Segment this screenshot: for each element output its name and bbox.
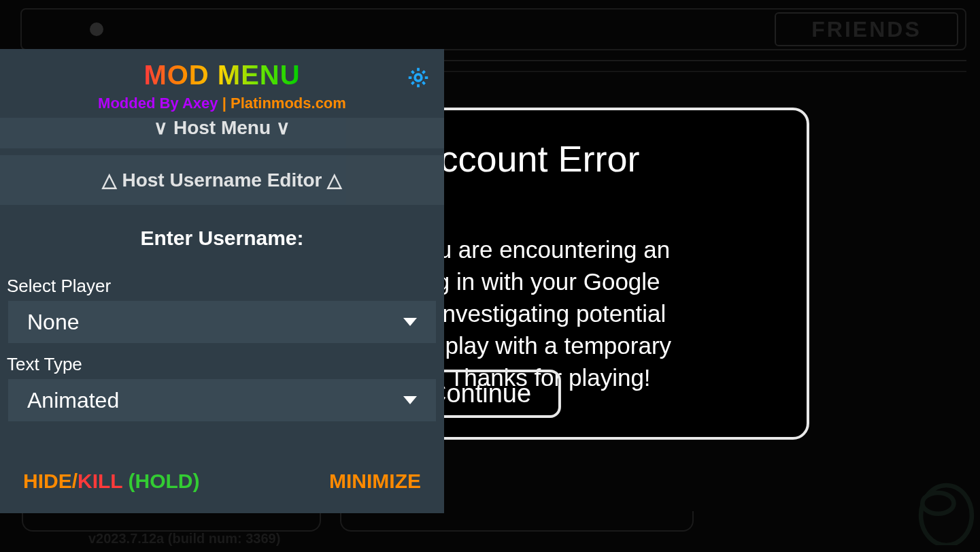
friends-button[interactable]: FRIENDS <box>775 12 958 46</box>
select-player-label: Select Player <box>7 276 444 297</box>
text-type-label: Text Type <box>7 354 444 375</box>
section-host-menu[interactable]: ∨ Host Menu ∨ <box>0 118 444 148</box>
minimize-label: MINIMIZE <box>329 470 421 492</box>
mod-menu-panel: MOD MENU Modded By Axey | Platinmods.com… <box>0 49 444 513</box>
text-type-value: Animated <box>27 388 119 413</box>
minimize-button[interactable]: MINIMIZE <box>329 470 421 493</box>
settings-button[interactable] <box>405 65 432 93</box>
hold-label: (HOLD) <box>122 470 199 492</box>
panel-border <box>340 511 694 532</box>
mod-menu-header: MOD MENU Modded By Axey | Platinmods.com <box>0 49 444 118</box>
enter-username-label: Enter Username: <box>140 227 303 249</box>
mod-menu-title: MOD MENU <box>143 60 300 91</box>
slash-label: / <box>72 470 78 492</box>
subtitle-site: Platinmods.com <box>231 95 346 112</box>
section-host-username-editor-label: △ Host Username Editor △ <box>102 169 343 191</box>
subtitle-author: Modded By Axey <box>98 95 218 112</box>
svg-point-2 <box>415 74 422 81</box>
version-text: v2023.7.12a (build num: 3369) <box>88 531 280 547</box>
hide-kill-button[interactable]: HIDE/KILL (HOLD) <box>23 470 199 493</box>
mod-menu-scroll-area[interactable]: ∨ Host Menu ∨ △ Host Username Editor △ E… <box>0 118 444 457</box>
subtitle-sep: | <box>218 95 231 112</box>
kill-label: KILL <box>78 470 122 492</box>
text-type-dropdown[interactable]: Animated <box>8 379 436 421</box>
chevron-down-icon <box>403 396 417 404</box>
gear-icon <box>406 65 430 90</box>
enter-username-button[interactable]: Enter Username: <box>0 227 444 250</box>
svg-point-1 <box>922 493 953 514</box>
chevron-down-icon <box>403 318 417 326</box>
panel-border <box>22 511 321 532</box>
select-player-value: None <box>27 310 80 335</box>
hide-label: HIDE <box>23 470 72 492</box>
crewmate-icon <box>905 470 980 545</box>
select-player-dropdown[interactable]: None <box>8 301 436 343</box>
friends-button-label: FRIENDS <box>811 17 921 42</box>
top-bar: FRIENDS <box>20 8 966 50</box>
section-host-username-editor[interactable]: △ Host Username Editor △ <box>0 155 444 205</box>
top-bar-indicator-icon <box>90 22 103 36</box>
mod-menu-subtitle: Modded By Axey | Platinmods.com <box>14 95 430 112</box>
mod-menu-footer: HIDE/KILL (HOLD) MINIMIZE <box>0 457 444 513</box>
section-host-menu-label: ∨ Host Menu ∨ <box>154 118 290 138</box>
